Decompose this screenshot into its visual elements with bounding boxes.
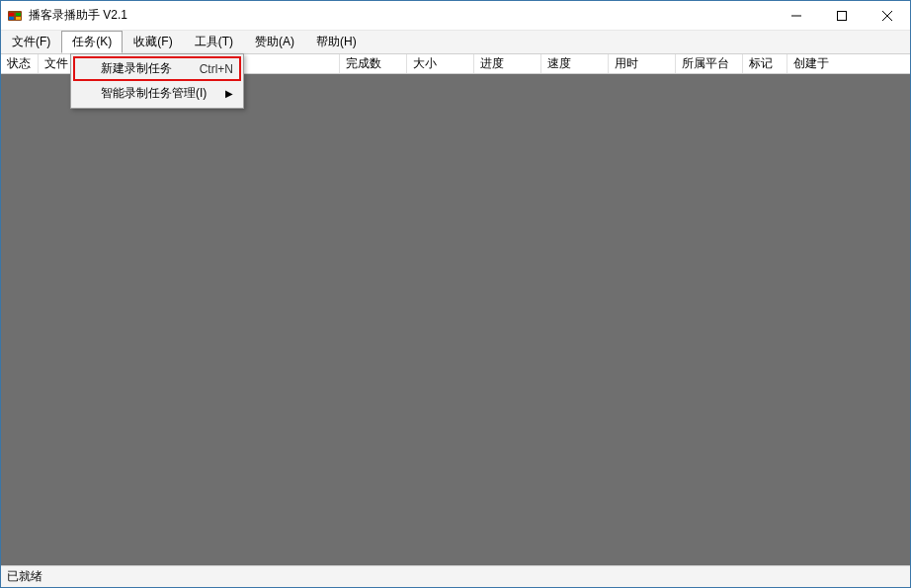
svg-rect-2 [16,13,21,16]
minimize-icon [791,11,801,21]
svg-rect-4 [16,17,21,20]
status-text: 已就绪 [7,568,42,585]
close-icon [882,11,892,21]
close-button[interactable] [865,1,910,30]
dropdown-item-label: 智能录制任务管理(I) [101,85,209,102]
col-created[interactable]: 创建于 [787,54,857,73]
svg-rect-3 [9,17,14,20]
menu-task[interactable]: 任务(K) [61,31,123,53]
submenu-arrow-icon: ▶ [225,88,233,99]
app-icon [7,8,23,24]
col-size[interactable]: 大小 [407,54,474,73]
menu-tools[interactable]: 工具(T) [184,31,244,53]
menu-favorites[interactable]: 收藏(F) [123,31,183,53]
menu-file[interactable]: 文件(F) [1,31,61,53]
title-bar: 播客录播助手 V2.1 [1,1,910,31]
col-elapsed[interactable]: 用时 [609,54,676,73]
dropdown-item-label: 新建录制任务 [101,60,184,77]
menu-smart-record-manage[interactable]: 智能录制任务管理(I) ▶ [73,81,241,106]
col-mark[interactable]: 标记 [743,54,787,73]
menu-sponsor[interactable]: 赞助(A) [244,31,305,53]
menu-help[interactable]: 帮助(H) [305,31,368,53]
svg-rect-1 [9,13,14,16]
menu-new-record-task[interactable]: 新建录制任务 Ctrl+N [73,56,241,81]
col-status[interactable]: 状态 [1,54,39,73]
content-area [1,74,910,565]
task-dropdown: 新建录制任务 Ctrl+N 智能录制任务管理(I) ▶ [70,53,244,109]
svg-rect-6 [838,11,847,20]
col-platform[interactable]: 所属平台 [676,54,743,73]
col-speed[interactable]: 速度 [541,54,609,73]
maximize-icon [837,11,847,21]
window-controls [774,1,910,30]
col-progress[interactable]: 进度 [474,54,541,73]
minimize-button[interactable] [774,1,819,30]
col-completed[interactable]: 完成数 [340,54,407,73]
maximize-button[interactable] [819,1,865,30]
app-title: 播客录播助手 V2.1 [29,7,774,24]
menu-bar: 文件(F) 任务(K) 收藏(F) 工具(T) 赞助(A) 帮助(H) 新建录制… [1,31,910,54]
status-bar: 已就绪 [1,565,910,587]
dropdown-item-shortcut: Ctrl+N [200,62,233,76]
